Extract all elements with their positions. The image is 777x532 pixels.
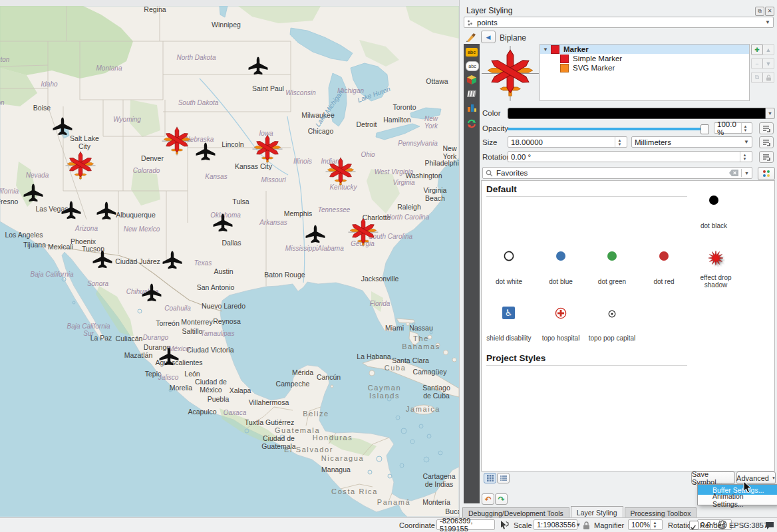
gallery-section-project-styles: Project Styles xyxy=(486,353,545,363)
opacity-slider-handle[interactable] xyxy=(700,124,709,134)
airplane-marker[interactable] xyxy=(247,55,269,78)
search-dropdown-icon[interactable]: ▼ xyxy=(744,171,749,176)
size-unit-combo[interactable]: Millimeters ▼ xyxy=(631,136,752,148)
add-symbol-layer-button[interactable]: ✚ xyxy=(751,44,763,55)
airplane-marker[interactable] xyxy=(22,182,45,205)
symbol-topo-hospital[interactable] xyxy=(555,307,567,322)
biplane-star-marker[interactable] xyxy=(63,148,98,184)
remove-symbol-layer-button[interactable]: − xyxy=(751,58,763,69)
crs-label[interactable]: EPSG:3857 xyxy=(729,521,768,529)
airplane-marker[interactable] xyxy=(51,116,74,138)
symbol-dot-white[interactable] xyxy=(504,251,514,264)
symbol-topo-pop-capital[interactable] xyxy=(608,309,616,321)
biplane-star-marker[interactable] xyxy=(323,154,359,190)
airplane-marker[interactable] xyxy=(140,282,163,305)
map-label: Tamaulipas xyxy=(201,330,235,337)
airplane-marker[interactable] xyxy=(91,249,114,271)
map-label: Nuevo Laredo xyxy=(202,302,245,310)
undo-button[interactable]: ↶ xyxy=(482,493,494,505)
lock-button[interactable] xyxy=(762,72,774,83)
map-label: Michigan xyxy=(337,87,364,94)
panel-tab-bar: abc abc xyxy=(464,44,480,503)
stepper-icons[interactable]: ▲▼ xyxy=(650,520,659,529)
biplane-star-marker[interactable] xyxy=(159,124,195,160)
color-dropdown-icon[interactable]: ▼ xyxy=(766,108,775,119)
map-label: Bucaramanga xyxy=(445,507,459,515)
opacity-spinbox[interactable]: 100.0 % ▲▼ xyxy=(714,122,752,134)
map-label: Cancún xyxy=(317,373,341,381)
map-canvas[interactable]: ReginaWinnipegSaint PaulOttawaTorontoHam… xyxy=(0,6,459,517)
menu-item-animation-settings[interactable]: Animation Settings... xyxy=(698,495,777,505)
move-up-button[interactable]: ▲ xyxy=(762,44,774,55)
size-spinbox[interactable]: 18.00000 ▲▼ xyxy=(508,136,627,148)
3d-view-icon[interactable] xyxy=(466,74,477,88)
color-button[interactable]: ▼ xyxy=(508,108,775,119)
masks-icon[interactable] xyxy=(466,89,477,101)
redo-button[interactable]: ↷ xyxy=(495,493,508,505)
stepper-icons[interactable]: ▲▼ xyxy=(741,123,749,133)
rotation-spinbox[interactable]: 0.00 ° ▲▼ xyxy=(508,151,752,162)
size-data-defined-button[interactable] xyxy=(759,136,774,148)
biplane-star-marker[interactable] xyxy=(345,215,381,251)
labels-icon[interactable]: abc xyxy=(466,48,478,57)
symbol-search-input[interactable]: Favorites ▼ xyxy=(482,167,752,179)
map-label: Winnipeg xyxy=(212,21,241,29)
coordinate-input[interactable]: -8206399, 5199155 xyxy=(436,519,495,530)
map-label: Jamaica xyxy=(406,405,440,413)
scale-combo[interactable]: 1:19083556 ▼ xyxy=(534,519,577,530)
magnifier-spinbox[interactable]: 100% ▲▼ xyxy=(628,519,663,530)
airplane-marker[interactable] xyxy=(194,141,217,164)
list-view-button[interactable] xyxy=(497,473,510,483)
close-panel-icon[interactable]: ✕ xyxy=(765,7,774,16)
map-label: Wisconsin xyxy=(285,89,315,96)
tree-row-svg-marker[interactable]: SVG Marker xyxy=(540,63,749,72)
move-down-button[interactable]: ▼ xyxy=(762,58,774,69)
airplane-marker[interactable] xyxy=(60,200,82,222)
float-panel-icon[interactable]: ⧉ xyxy=(755,7,764,16)
symbol-dot-green[interactable] xyxy=(607,251,617,264)
stepper-icons[interactable]: ▲▼ xyxy=(615,137,624,147)
rotation-data-defined-button[interactable] xyxy=(759,151,774,163)
opacity-slider[interactable] xyxy=(508,128,704,130)
tree-row-marker[interactable]: ▼ Marker xyxy=(540,45,749,54)
messages-icon[interactable] xyxy=(765,521,774,532)
symbol-dot-black[interactable] xyxy=(708,195,719,208)
history-icon[interactable] xyxy=(466,118,477,132)
airplane-marker[interactable] xyxy=(304,223,327,246)
lock-scale-icon[interactable] xyxy=(583,521,590,532)
back-button[interactable]: ◀ xyxy=(481,31,496,43)
tree-row-simple-marker[interactable]: Simple Marker xyxy=(540,54,749,63)
advanced-button[interactable]: Advanced ▼ xyxy=(736,471,776,484)
layer-selector[interactable]: points ▼ xyxy=(464,17,774,28)
symbol-effect-drop-shadow[interactable] xyxy=(706,249,725,270)
clear-search-icon[interactable] xyxy=(729,170,738,176)
style-manager-button[interactable] xyxy=(758,167,775,180)
airplane-marker[interactable] xyxy=(158,346,180,368)
callouts-icon[interactable]: abc xyxy=(466,61,479,71)
symbol-label: topo pop capital xyxy=(585,334,639,342)
map-label: Montería xyxy=(422,498,450,506)
stepper-icons[interactable]: ▲▼ xyxy=(740,152,749,162)
airplane-marker[interactable] xyxy=(161,249,184,272)
render-checkbox[interactable] xyxy=(689,521,699,530)
save-symbol-button[interactable]: Save Symbol... xyxy=(691,471,735,484)
crs-globe-icon[interactable] xyxy=(718,520,727,532)
map-label: Villahermosa xyxy=(249,398,289,406)
diagrams-icon[interactable] xyxy=(466,102,477,116)
expander-icon[interactable]: ▼ xyxy=(543,47,551,53)
list-view-icon xyxy=(500,475,507,481)
extents-tracking-icon[interactable] xyxy=(499,520,509,532)
scale-label: Scale xyxy=(514,521,532,529)
symbol-label: dot white xyxy=(482,278,536,285)
icon-view-button[interactable] xyxy=(484,473,496,483)
map-label: Hamilton xyxy=(383,116,410,124)
biplane-star-marker[interactable] xyxy=(249,132,285,168)
map-label: Acapulco xyxy=(188,408,216,416)
opacity-data-defined-button[interactable] xyxy=(759,122,774,134)
symbol-shield-disability[interactable]: ♿ xyxy=(502,307,515,319)
duplicate-button[interactable]: ⧉ xyxy=(751,72,763,83)
symbol-dot-blue[interactable] xyxy=(555,251,566,264)
airplane-marker[interactable] xyxy=(212,212,234,235)
airplane-marker[interactable] xyxy=(95,200,118,223)
symbol-dot-red[interactable] xyxy=(659,251,669,264)
